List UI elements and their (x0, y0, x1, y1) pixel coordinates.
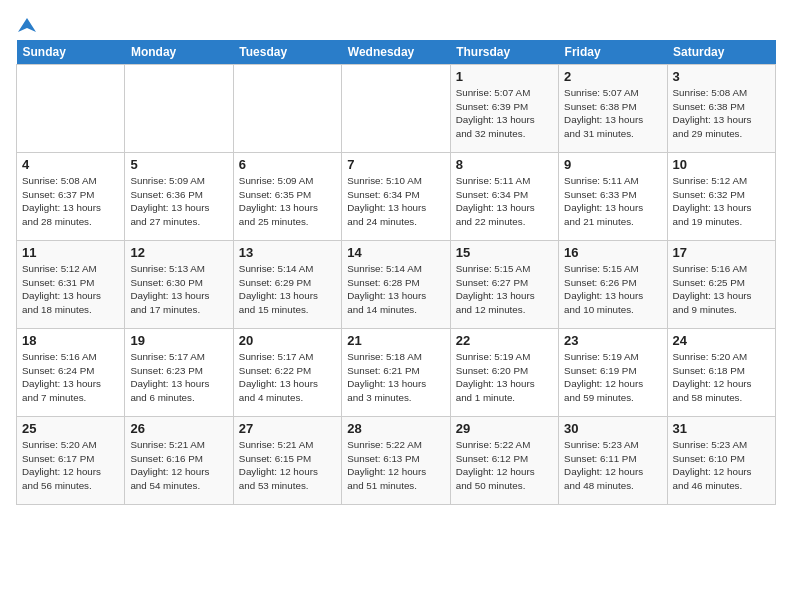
day-info: Sunrise: 5:23 AM Sunset: 6:10 PM Dayligh… (673, 438, 770, 493)
day-number: 7 (347, 157, 444, 172)
day-info: Sunrise: 5:18 AM Sunset: 6:21 PM Dayligh… (347, 350, 444, 405)
calendar-table: SundayMondayTuesdayWednesdayThursdayFrid… (16, 40, 776, 505)
calendar-cell: 31Sunrise: 5:23 AM Sunset: 6:10 PM Dayli… (667, 417, 775, 505)
day-info: Sunrise: 5:08 AM Sunset: 6:38 PM Dayligh… (673, 86, 770, 141)
calendar-cell (342, 65, 450, 153)
day-number: 8 (456, 157, 553, 172)
header-thursday: Thursday (450, 40, 558, 65)
day-info: Sunrise: 5:09 AM Sunset: 6:35 PM Dayligh… (239, 174, 336, 229)
day-number: 24 (673, 333, 770, 348)
day-info: Sunrise: 5:14 AM Sunset: 6:28 PM Dayligh… (347, 262, 444, 317)
day-info: Sunrise: 5:15 AM Sunset: 6:27 PM Dayligh… (456, 262, 553, 317)
day-info: Sunrise: 5:19 AM Sunset: 6:19 PM Dayligh… (564, 350, 661, 405)
calendar-cell: 8Sunrise: 5:11 AM Sunset: 6:34 PM Daylig… (450, 153, 558, 241)
calendar-cell: 1Sunrise: 5:07 AM Sunset: 6:39 PM Daylig… (450, 65, 558, 153)
day-info: Sunrise: 5:21 AM Sunset: 6:15 PM Dayligh… (239, 438, 336, 493)
day-number: 28 (347, 421, 444, 436)
day-number: 16 (564, 245, 661, 260)
day-info: Sunrise: 5:16 AM Sunset: 6:25 PM Dayligh… (673, 262, 770, 317)
day-info: Sunrise: 5:19 AM Sunset: 6:20 PM Dayligh… (456, 350, 553, 405)
calendar-cell: 26Sunrise: 5:21 AM Sunset: 6:16 PM Dayli… (125, 417, 233, 505)
day-number: 21 (347, 333, 444, 348)
logo (16, 16, 36, 30)
day-number: 19 (130, 333, 227, 348)
day-number: 13 (239, 245, 336, 260)
day-number: 20 (239, 333, 336, 348)
day-number: 31 (673, 421, 770, 436)
day-info: Sunrise: 5:10 AM Sunset: 6:34 PM Dayligh… (347, 174, 444, 229)
day-number: 30 (564, 421, 661, 436)
day-number: 12 (130, 245, 227, 260)
calendar-week-5: 25Sunrise: 5:20 AM Sunset: 6:17 PM Dayli… (17, 417, 776, 505)
day-number: 22 (456, 333, 553, 348)
header-sunday: Sunday (17, 40, 125, 65)
calendar-cell: 15Sunrise: 5:15 AM Sunset: 6:27 PM Dayli… (450, 241, 558, 329)
day-info: Sunrise: 5:17 AM Sunset: 6:22 PM Dayligh… (239, 350, 336, 405)
day-number: 10 (673, 157, 770, 172)
day-number: 5 (130, 157, 227, 172)
day-info: Sunrise: 5:07 AM Sunset: 6:39 PM Dayligh… (456, 86, 553, 141)
header-wednesday: Wednesday (342, 40, 450, 65)
calendar-cell: 11Sunrise: 5:12 AM Sunset: 6:31 PM Dayli… (17, 241, 125, 329)
day-info: Sunrise: 5:22 AM Sunset: 6:12 PM Dayligh… (456, 438, 553, 493)
calendar-cell: 12Sunrise: 5:13 AM Sunset: 6:30 PM Dayli… (125, 241, 233, 329)
day-number: 4 (22, 157, 119, 172)
header-saturday: Saturday (667, 40, 775, 65)
calendar-cell: 23Sunrise: 5:19 AM Sunset: 6:19 PM Dayli… (559, 329, 667, 417)
day-number: 18 (22, 333, 119, 348)
calendar-cell: 27Sunrise: 5:21 AM Sunset: 6:15 PM Dayli… (233, 417, 341, 505)
day-info: Sunrise: 5:12 AM Sunset: 6:32 PM Dayligh… (673, 174, 770, 229)
calendar-cell: 9Sunrise: 5:11 AM Sunset: 6:33 PM Daylig… (559, 153, 667, 241)
day-info: Sunrise: 5:17 AM Sunset: 6:23 PM Dayligh… (130, 350, 227, 405)
calendar-cell: 7Sunrise: 5:10 AM Sunset: 6:34 PM Daylig… (342, 153, 450, 241)
day-number: 2 (564, 69, 661, 84)
calendar-week-3: 11Sunrise: 5:12 AM Sunset: 6:31 PM Dayli… (17, 241, 776, 329)
calendar-cell: 10Sunrise: 5:12 AM Sunset: 6:32 PM Dayli… (667, 153, 775, 241)
calendar-cell: 29Sunrise: 5:22 AM Sunset: 6:12 PM Dayli… (450, 417, 558, 505)
calendar-cell: 6Sunrise: 5:09 AM Sunset: 6:35 PM Daylig… (233, 153, 341, 241)
calendar-cell: 2Sunrise: 5:07 AM Sunset: 6:38 PM Daylig… (559, 65, 667, 153)
day-number: 9 (564, 157, 661, 172)
day-number: 1 (456, 69, 553, 84)
day-number: 17 (673, 245, 770, 260)
day-number: 23 (564, 333, 661, 348)
day-info: Sunrise: 5:08 AM Sunset: 6:37 PM Dayligh… (22, 174, 119, 229)
day-info: Sunrise: 5:23 AM Sunset: 6:11 PM Dayligh… (564, 438, 661, 493)
day-info: Sunrise: 5:07 AM Sunset: 6:38 PM Dayligh… (564, 86, 661, 141)
calendar-cell: 20Sunrise: 5:17 AM Sunset: 6:22 PM Dayli… (233, 329, 341, 417)
calendar-cell: 3Sunrise: 5:08 AM Sunset: 6:38 PM Daylig… (667, 65, 775, 153)
day-number: 25 (22, 421, 119, 436)
calendar-cell: 18Sunrise: 5:16 AM Sunset: 6:24 PM Dayli… (17, 329, 125, 417)
calendar-cell: 24Sunrise: 5:20 AM Sunset: 6:18 PM Dayli… (667, 329, 775, 417)
calendar-cell: 16Sunrise: 5:15 AM Sunset: 6:26 PM Dayli… (559, 241, 667, 329)
day-number: 3 (673, 69, 770, 84)
day-info: Sunrise: 5:16 AM Sunset: 6:24 PM Dayligh… (22, 350, 119, 405)
day-number: 27 (239, 421, 336, 436)
calendar-cell: 28Sunrise: 5:22 AM Sunset: 6:13 PM Dayli… (342, 417, 450, 505)
day-info: Sunrise: 5:12 AM Sunset: 6:31 PM Dayligh… (22, 262, 119, 317)
calendar-cell: 17Sunrise: 5:16 AM Sunset: 6:25 PM Dayli… (667, 241, 775, 329)
day-info: Sunrise: 5:22 AM Sunset: 6:13 PM Dayligh… (347, 438, 444, 493)
day-info: Sunrise: 5:15 AM Sunset: 6:26 PM Dayligh… (564, 262, 661, 317)
calendar-header-row: SundayMondayTuesdayWednesdayThursdayFrid… (17, 40, 776, 65)
day-info: Sunrise: 5:14 AM Sunset: 6:29 PM Dayligh… (239, 262, 336, 317)
calendar-week-4: 18Sunrise: 5:16 AM Sunset: 6:24 PM Dayli… (17, 329, 776, 417)
calendar-cell: 25Sunrise: 5:20 AM Sunset: 6:17 PM Dayli… (17, 417, 125, 505)
day-info: Sunrise: 5:11 AM Sunset: 6:33 PM Dayligh… (564, 174, 661, 229)
calendar-week-2: 4Sunrise: 5:08 AM Sunset: 6:37 PM Daylig… (17, 153, 776, 241)
calendar-cell: 14Sunrise: 5:14 AM Sunset: 6:28 PM Dayli… (342, 241, 450, 329)
day-number: 11 (22, 245, 119, 260)
header-friday: Friday (559, 40, 667, 65)
calendar-cell: 30Sunrise: 5:23 AM Sunset: 6:11 PM Dayli… (559, 417, 667, 505)
day-number: 14 (347, 245, 444, 260)
calendar-cell (125, 65, 233, 153)
day-info: Sunrise: 5:09 AM Sunset: 6:36 PM Dayligh… (130, 174, 227, 229)
day-number: 29 (456, 421, 553, 436)
day-info: Sunrise: 5:20 AM Sunset: 6:18 PM Dayligh… (673, 350, 770, 405)
calendar-week-1: 1Sunrise: 5:07 AM Sunset: 6:39 PM Daylig… (17, 65, 776, 153)
header-tuesday: Tuesday (233, 40, 341, 65)
header-monday: Monday (125, 40, 233, 65)
calendar-cell: 19Sunrise: 5:17 AM Sunset: 6:23 PM Dayli… (125, 329, 233, 417)
calendar-cell: 22Sunrise: 5:19 AM Sunset: 6:20 PM Dayli… (450, 329, 558, 417)
calendar-cell (233, 65, 341, 153)
